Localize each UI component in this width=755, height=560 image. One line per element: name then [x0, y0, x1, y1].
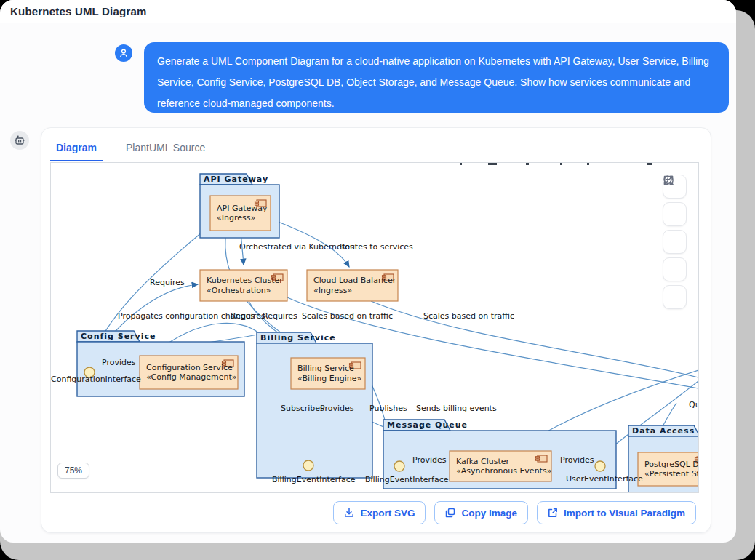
edge-label: Requires — [231, 311, 265, 321]
package-label: Billing Service — [260, 333, 336, 343]
edge-label: Scales based on traffic — [423, 311, 514, 321]
fullscreen-icon — [663, 175, 674, 186]
page-title: Kubernetes UML Diagram — [10, 5, 147, 17]
import-visual-paradigm-label: Import to Visual Paradigm — [564, 508, 685, 519]
screenshot-stage: Kubernetes UML Diagram Generate a UML Co… — [0, 0, 755, 560]
tab-plantuml-source[interactable]: PlantUML Source — [120, 133, 211, 161]
package-label: API Gateway — [204, 175, 268, 184]
diagram-card: Diagram PlantUML Source — [41, 127, 711, 533]
interface-billing-event-2 — [394, 461, 404, 471]
zoom-out-button[interactable] — [663, 202, 687, 226]
component-text: Configuration Service «Config Management… — [140, 356, 244, 389]
edge-label: Requires — [150, 278, 185, 287]
copy-icon — [445, 508, 455, 518]
external-link-icon — [548, 508, 558, 518]
interface-label: BillingEventInterface — [365, 475, 449, 484]
export-svg-button[interactable]: Export SVG — [333, 501, 426, 524]
edge-label: Provides — [412, 455, 447, 465]
user-icon — [119, 48, 129, 58]
zoom-toolbar — [663, 175, 687, 309]
action-bar: Export SVG Copy Image Import to Visual P… — [333, 501, 696, 524]
edge-label: Subscribes — [281, 404, 324, 413]
tab-diagram[interactable]: Diagram — [50, 133, 103, 161]
package-label: Message Queue — [387, 420, 468, 430]
interface-label: BillingEventInterface — [272, 475, 356, 484]
robot-icon — [14, 135, 25, 146]
edge-label: Sends billing events — [416, 404, 497, 413]
assistant-avatar — [10, 131, 29, 150]
component-text: Billing Service «Billing Engine» — [291, 358, 372, 389]
fullscreen-button[interactable] — [663, 285, 687, 309]
edge-label: Scales based on traffic — [302, 311, 393, 321]
interface-user-event — [595, 461, 605, 471]
fit-view-button[interactable] — [663, 257, 687, 281]
zoom-level-badge: 75% — [57, 463, 89, 479]
import-visual-paradigm-button[interactable]: Import to Visual Paradigm — [537, 501, 696, 524]
titlebar: Kubernetes UML Diagram — [0, 0, 736, 23]
app-window: Kubernetes UML Diagram Generate a UML Co… — [0, 0, 736, 543]
edge-label: Publishes — [369, 404, 407, 413]
download-icon — [344, 508, 354, 518]
reset-view-button[interactable] — [663, 230, 687, 254]
edge-label: Requires — [263, 311, 297, 321]
package-label: Config Service — [81, 332, 156, 341]
uml-shapes-layer — [51, 163, 698, 492]
copy-image-label: Copy Image — [461, 508, 517, 519]
edge-label: Routes to services — [340, 242, 413, 252]
interface-label: UserEventInterface — [566, 474, 643, 484]
interface-billing-event-1 — [303, 460, 313, 471]
diagram-canvas[interactable]: API Gateway Config Service Billing Servi… — [50, 162, 699, 493]
component-text: Kubernetes Cluster «Orchestration» — [200, 270, 294, 301]
edge-label: Orchestrated via Kubernetes — [239, 242, 354, 252]
edge-label: Provides — [560, 455, 594, 465]
edge-label: Qu — [689, 400, 699, 409]
component-text: Cloud Load Balancer «Ingress» — [307, 270, 404, 301]
export-svg-label: Export SVG — [360, 508, 415, 519]
component-text: Kafka Cluster «Asynchronous Events» — [450, 451, 558, 481]
copy-image-button[interactable]: Copy Image — [434, 501, 528, 524]
component-text: API Gateway «Ingress» — [210, 196, 277, 231]
tab-bar: Diagram PlantUML Source — [50, 128, 211, 161]
user-message-bubble: Generate a UML Component Diagram for a c… — [144, 42, 729, 113]
edge-label: Provides — [320, 404, 354, 413]
component-text: PostgreSQL DB «Persistent Storage» — [638, 452, 699, 486]
interface-label: ConfigurationInterface — [51, 375, 141, 384]
user-avatar — [115, 44, 132, 62]
package-label: Data Access Layer — [632, 426, 699, 436]
edge-label: Provides — [102, 358, 136, 367]
